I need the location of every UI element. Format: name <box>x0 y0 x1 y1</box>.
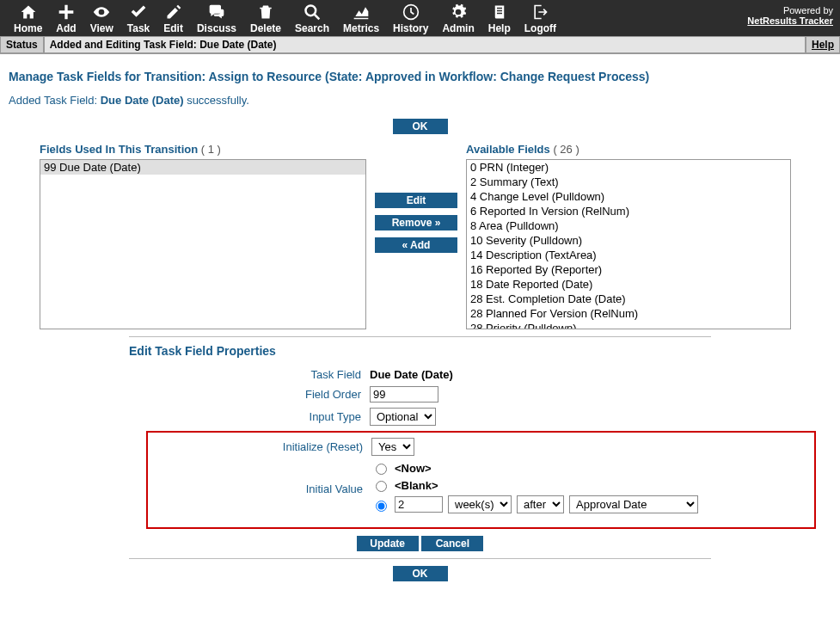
field-order-label: Field Order <box>129 388 370 401</box>
remove-button[interactable]: Remove » <box>375 215 457 230</box>
initialize-box: Initialize (Reset) Yes Initial Value <No… <box>146 431 816 529</box>
toolbar-label: Edit <box>163 22 183 34</box>
relative-reference-select[interactable]: Approval Date <box>569 495 698 513</box>
clock-icon <box>402 3 420 21</box>
list-item[interactable]: 2 Summary (Text) <box>467 175 790 189</box>
available-fields-listbox[interactable]: 0 PRN (Integer)2 Summary (Text)4 Change … <box>466 159 791 329</box>
toolbar-history[interactable]: History <box>386 3 435 34</box>
eye-icon <box>91 3 112 21</box>
toolbar-label: Help <box>488 22 511 34</box>
plus-icon <box>58 3 75 21</box>
list-item[interactable]: 4 Change Level (Pulldown) <box>467 189 790 204</box>
page-title: Manage Task Fields for Transition: Assig… <box>9 70 831 83</box>
toolbar-label: Logoff <box>524 22 556 34</box>
list-item[interactable]: 28 Planned For Version (RelNum) <box>467 306 790 321</box>
list-item[interactable]: 16 Reported By (Reporter) <box>467 262 790 277</box>
relative-direction-select[interactable]: after <box>517 495 564 513</box>
separator <box>129 336 711 337</box>
init-reset-select[interactable]: Yes <box>371 438 414 456</box>
status-help-link[interactable]: Help <box>806 36 840 53</box>
input-type-select[interactable]: Optional <box>370 408 436 426</box>
list-item[interactable]: 18 Date Reported (Date) <box>467 277 790 292</box>
separator <box>129 558 711 559</box>
list-item[interactable]: 6 Reported In Version (RelNum) <box>467 204 790 218</box>
main-toolbar: Home Add View Task Edit <box>0 0 840 36</box>
brand-link[interactable]: NetResults Tracker <box>747 15 833 26</box>
list-item[interactable]: 8 Area (Pulldown) <box>467 218 790 233</box>
edit-button[interactable]: Edit <box>375 193 457 208</box>
toolbar-label: Discuss <box>197 22 236 34</box>
toolbar-discuss[interactable]: Discuss <box>190 3 243 34</box>
initial-value-blank-label: <Blank> <box>395 479 438 492</box>
task-field-value: Due Date (Date) <box>370 368 453 381</box>
ok-button-top[interactable]: OK <box>393 119 448 134</box>
initial-value-relative-radio[interactable] <box>376 501 387 512</box>
toolbar-label: Search <box>295 22 329 34</box>
list-item[interactable]: 0 PRN (Integer) <box>467 160 790 175</box>
toolbar-left: Home Add View Task Edit <box>7 3 563 34</box>
relative-number-input[interactable] <box>395 496 443 513</box>
toolbar-label: View <box>90 22 113 34</box>
list-item[interactable]: 14 Description (TextArea) <box>467 248 790 262</box>
chart-icon <box>352 3 371 21</box>
toolbar-label: Home <box>14 22 42 34</box>
toolbar-admin[interactable]: Admin <box>435 3 481 34</box>
update-button[interactable]: Update <box>357 536 419 551</box>
toolbar-logoff[interactable]: Logoff <box>518 3 563 34</box>
logout-icon <box>531 3 549 21</box>
book-icon <box>492 3 507 21</box>
chat-icon <box>207 3 226 21</box>
initial-value-label: Initial Value <box>151 482 371 495</box>
status-label: Status <box>0 36 44 53</box>
success-prefix: Added Task Field: <box>9 94 101 107</box>
available-fields-title: Available Fields ( 26 ) <box>466 143 791 156</box>
powered-by: Powered by NetResults Tracker <box>747 3 833 34</box>
search-icon <box>304 3 321 21</box>
status-text: Added and Editing Task Field: Due Date (… <box>44 36 806 53</box>
toolbar-search[interactable]: Search <box>288 3 336 34</box>
toolbar-view[interactable]: View <box>83 3 120 34</box>
trash-icon <box>258 3 273 21</box>
success-suffix: successfully. <box>184 94 249 107</box>
check-icon <box>129 3 148 21</box>
task-field-label: Task Field <box>129 368 370 381</box>
init-reset-label: Initialize (Reset) <box>151 440 371 453</box>
status-bar: Status Added and Editing Task Field: Due… <box>0 36 840 54</box>
relative-unit-select[interactable]: week(s) <box>448 495 512 513</box>
toolbar-label: Metrics <box>343 22 379 34</box>
toolbar-label: Delete <box>250 22 281 34</box>
svg-point-0 <box>101 10 103 13</box>
gear-icon <box>450 3 467 21</box>
toolbar-edit[interactable]: Edit <box>156 3 190 34</box>
used-fields-listbox[interactable]: 99 Due Date (Date) <box>40 159 366 329</box>
list-item[interactable]: 28 Priority (Pulldown) <box>467 321 790 329</box>
toolbar-add[interactable]: Add <box>49 3 83 34</box>
used-fields-title: Fields Used In This Transition ( 1 ) <box>40 143 366 156</box>
initial-value-blank-radio[interactable] <box>376 481 387 492</box>
toolbar-label: Add <box>56 22 76 34</box>
props-section-title: Edit Task Field Properties <box>129 344 831 358</box>
add-button[interactable]: « Add <box>375 237 457 253</box>
svg-line-2 <box>315 15 320 20</box>
input-type-label: Input Type <box>129 410 370 423</box>
svg-point-1 <box>306 6 316 16</box>
toolbar-label: Admin <box>442 22 474 34</box>
toolbar-task[interactable]: Task <box>120 3 156 34</box>
pencil-icon <box>165 3 182 21</box>
powered-by-text: Powered by <box>747 5 833 15</box>
toolbar-label: Task <box>127 22 150 34</box>
toolbar-metrics[interactable]: Metrics <box>336 3 386 34</box>
initial-value-now-label: <Now> <box>395 462 432 475</box>
toolbar-help[interactable]: Help <box>481 3 518 34</box>
ok-button-bottom[interactable]: OK <box>393 566 448 581</box>
toolbar-label: History <box>393 22 428 34</box>
toolbar-delete[interactable]: Delete <box>243 3 288 34</box>
initial-value-now-radio[interactable] <box>376 464 387 475</box>
success-field: Due Date (Date) <box>101 94 184 107</box>
toolbar-home[interactable]: Home <box>7 3 49 34</box>
field-order-input[interactable] <box>370 386 438 403</box>
cancel-button[interactable]: Cancel <box>421 536 483 551</box>
list-item[interactable]: 10 Severity (Pulldown) <box>467 233 790 248</box>
list-item[interactable]: 99 Due Date (Date) <box>40 160 365 175</box>
list-item[interactable]: 28 Est. Completion Date (Date) <box>467 292 790 306</box>
